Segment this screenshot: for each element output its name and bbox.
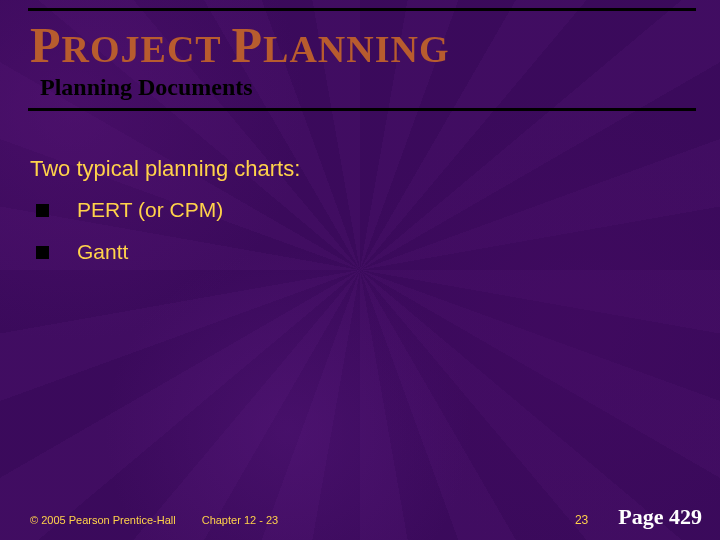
horizontal-rule-subtitle [28, 108, 696, 111]
square-bullet-icon [36, 204, 49, 217]
bullet-label: PERT (or CPM) [77, 198, 223, 222]
slide-title: PROJECT PLANNING [30, 16, 450, 74]
bullet-list: PERT (or CPM) Gantt [36, 198, 223, 282]
page-number: Page 429 [618, 504, 702, 530]
list-item: Gantt [36, 240, 223, 264]
list-item: PERT (or CPM) [36, 198, 223, 222]
horizontal-rule-top [28, 8, 696, 11]
bullet-label: Gantt [77, 240, 128, 264]
chapter-text: Chapter 12 - 23 [202, 514, 278, 526]
footer: © 2005 Pearson Prentice-Hall Chapter 12 … [0, 504, 720, 530]
title-cap-1: P [30, 17, 62, 73]
title-rest-2: LANNING [263, 28, 449, 70]
slide-subtitle: Planning Documents [40, 74, 253, 101]
copyright-text: © 2005 Pearson Prentice-Hall [30, 514, 176, 526]
title-cap-2: P [232, 17, 264, 73]
title-rest-1: ROJECT [62, 28, 221, 70]
intro-text: Two typical planning charts: [30, 156, 300, 182]
slide-number: 23 [575, 513, 588, 527]
square-bullet-icon [36, 246, 49, 259]
